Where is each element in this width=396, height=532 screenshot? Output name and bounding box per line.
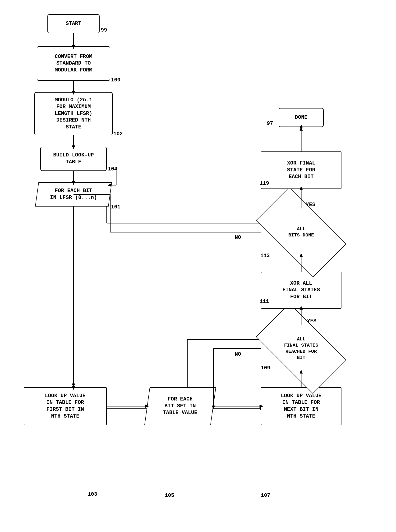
look-up-first-label: LOOK UP VALUEIN TABLE FORFIRST BIT INNTH… (45, 393, 86, 420)
xor-final-state-box: XOR FINALSTATE FOREACH BIT (261, 151, 341, 189)
for-each-bit-set-label: FOR EACHBIT SET INTABLE VALUE (163, 396, 197, 416)
label-100: 100 (111, 77, 121, 83)
all-final-states-label: ALLFINAL STATESREACHED FORBIT (284, 336, 318, 361)
build-table-label: BUILD LOOK-UPTABLE (53, 152, 94, 166)
done-label: DONE (295, 114, 308, 121)
svg-marker-9 (72, 384, 75, 387)
convert-label: CONVERT FROMSTANDARD TOMODULAR FORM (55, 54, 92, 74)
label-119: 119 (260, 180, 269, 186)
start-label: START (66, 20, 81, 27)
xor-final-state-label: XOR FINALSTATE FOREACH BIT (287, 160, 315, 180)
look-up-first-box: LOOK UP VALUEIN TABLE FORFIRST BIT INNTH… (24, 387, 107, 425)
yes2-label: YES (306, 202, 315, 208)
modulo-box: MODULO (2n-1FOR MAXIMUMLENGTH LFSR)DESIR… (34, 92, 113, 135)
yes1-label: YES (307, 318, 317, 324)
for-each-bit-set-box: FOR EACHBIT SET INTABLE VALUE (144, 387, 216, 425)
label-113: 113 (260, 253, 270, 259)
build-table-box: BUILD LOOK-UPTABLE (40, 147, 107, 171)
no1-label: NO (235, 351, 241, 357)
label-109: 109 (261, 365, 270, 371)
label-104: 104 (108, 166, 117, 172)
label-101: 101 (111, 204, 121, 210)
look-up-next-label: LOOK UP VALUEIN TABLE FORNEXT BIT INNTH … (281, 393, 321, 420)
look-up-next-box: LOOK UP VALUEIN TABLE FORNEXT BIT INNTH … (261, 387, 341, 425)
xor-all-final-box: XOR ALLFINAL STATESFOR BIT (261, 272, 341, 309)
svg-marker-29 (300, 127, 303, 131)
label-105: 105 (165, 493, 174, 499)
no2-label: NO (235, 234, 241, 240)
for-each-bit-lfsr-label: FOR EACH BITIN LFSR (0...n) (50, 188, 97, 201)
for-each-bit-lfsr-box: FOR EACH BITIN LFSR (0...n) (35, 182, 112, 207)
all-bits-done-label: ALLBITS DONE (288, 226, 314, 238)
all-final-states-diamond: ALLFINAL STATESREACHED FORBIT (261, 325, 341, 372)
xor-all-final-label: XOR ALLFINAL STATESFOR BIT (282, 280, 320, 300)
label-102: 102 (113, 131, 123, 137)
start-box: START (47, 14, 99, 33)
label-97: 97 (267, 121, 273, 126)
modulo-label: MODULO (2n-1FOR MAXIMUMLENGTH LFSR)DESIR… (55, 97, 92, 131)
label-103: 103 (88, 491, 97, 497)
label-111: 111 (260, 299, 269, 305)
convert-box: CONVERT FROMSTANDARD TOMODULAR FORM (37, 46, 110, 81)
label-107: 107 (261, 493, 270, 499)
label-99: 99 (101, 27, 107, 33)
all-bits-done-diamond: ALLBITS DONE (261, 209, 341, 256)
done-box: DONE (279, 108, 324, 127)
